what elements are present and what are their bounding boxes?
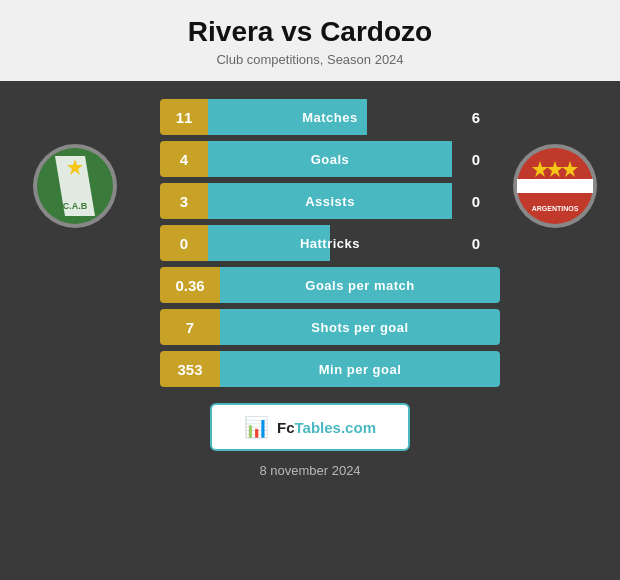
stat-label-hattricks: Hattricks	[300, 236, 360, 251]
stat-label-matches: Matches	[302, 110, 358, 125]
stat-row-hattricks: 0 Hattricks 0	[160, 225, 500, 261]
team-logo-left: C.A.B	[30, 141, 120, 231]
svg-rect-7	[517, 179, 593, 193]
stat-label-assists: Assists	[305, 194, 355, 209]
fctables-icon: 📊	[244, 415, 269, 439]
fctables-label: FcTables.com	[277, 419, 376, 436]
stat-label-goals-per-match: Goals per match	[305, 278, 414, 293]
stat-right-goals: 0	[452, 141, 500, 177]
stat-right-assists: 0	[452, 183, 500, 219]
subtitle: Club competitions, Season 2024	[0, 52, 620, 81]
stat-label-min-per-goal: Min per goal	[319, 362, 402, 377]
stat-left-goals: 4	[160, 141, 208, 177]
stat-right-matches: 6	[452, 99, 500, 135]
stat-label-shots-per-goal: Shots per goal	[311, 320, 408, 335]
stat-right-hattricks: 0	[452, 225, 500, 261]
svg-text:C.A.B: C.A.B	[63, 201, 88, 211]
svg-text:ARGENTINOS: ARGENTINOS	[532, 205, 579, 212]
fctables-banner: 📊 FcTables.com	[210, 403, 410, 451]
team-logo-right: ARGENTINOS	[510, 141, 600, 231]
stat-row-assists: 3 Assists 0	[160, 183, 500, 219]
stat-row-min-per-goal: 353 Min per goal	[160, 351, 500, 387]
stat-label-goals: Goals	[311, 152, 350, 167]
stat-row-matches: 11 Matches 6	[160, 99, 500, 135]
stat-row-goals: 4 Goals 0	[160, 141, 500, 177]
stat-row-shots-per-goal: 7 Shots per goal	[160, 309, 500, 345]
stat-left-min-per-goal: 353	[160, 351, 220, 387]
stat-left-goals-per-match: 0.36	[160, 267, 220, 303]
stat-left-shots-per-goal: 7	[160, 309, 220, 345]
stat-row-goals-per-match: 0.36 Goals per match	[160, 267, 500, 303]
stat-left-matches: 11	[160, 99, 208, 135]
stat-left-hattricks: 0	[160, 225, 208, 261]
page-title: Rivera vs Cardozo	[0, 16, 620, 48]
stat-left-assists: 3	[160, 183, 208, 219]
date-footer: 8 november 2024	[259, 463, 360, 478]
